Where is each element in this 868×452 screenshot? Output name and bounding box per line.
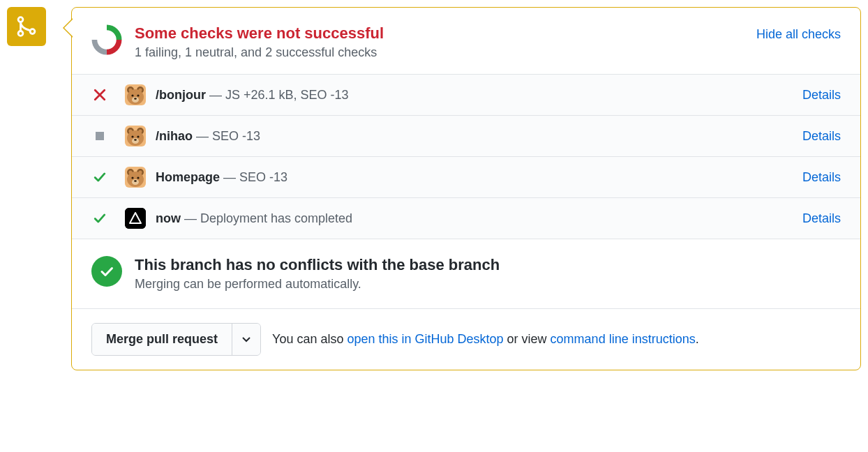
status-donut-icon [91,24,122,55]
git-merge-icon [15,15,38,38]
caret-down-icon [242,337,250,342]
svg-point-23 [134,139,137,141]
check-details-link[interactable]: Details [802,88,841,103]
svg-point-21 [137,135,139,137]
merge-status-badge [7,7,46,46]
check-details-link[interactable]: Details [802,211,841,226]
success-status-icon [91,171,108,183]
merge-button-group: Merge pull request [91,323,261,356]
check-name: now [156,211,181,225]
checks-status-title: Some checks were not successful [135,24,756,43]
svg-point-1 [18,31,23,36]
merge-pull-request-button[interactable]: Merge pull request [92,324,232,355]
check-row: now — Deployment has completed Details [72,198,860,239]
checks-list: /bonjour — JS +26.1 kB, SEO -13 Details … [72,74,860,239]
neutral-status-icon [91,132,108,140]
conflicts-title: This branch has no conflicts with the ba… [135,256,500,274]
check-desc: — Deployment has completed [181,211,352,225]
check-name: /nihao [156,129,193,143]
check-text: /nihao — SEO -13 [156,129,802,144]
check-text: Homepage — SEO -13 [156,170,802,185]
check-row: /bonjour — JS +26.1 kB, SEO -13 Details [72,75,860,116]
checks-status-subtitle: 1 failing, 1 neutral, and 2 successful c… [135,45,756,60]
bear-avatar-icon [125,84,146,105]
merge-alt-text: You can also open this in GitHub Desktop… [272,332,699,347]
check-text: now — Deployment has completed [156,211,802,226]
bear-avatar-icon [125,167,146,188]
svg-point-12 [137,94,139,96]
conflicts-subtitle: Merging can be performed automatically. [135,277,500,292]
footer-text-prefix: You can also [272,332,347,346]
svg-point-30 [137,176,139,179]
success-circle-icon [91,256,122,287]
check-text: /bonjour — JS +26.1 kB, SEO -13 [156,88,802,103]
svg-point-32 [134,180,137,182]
svg-point-22 [132,138,139,144]
merge-footer: Merge pull request You can also open thi… [72,309,860,370]
check-desc: — SEO -13 [193,129,260,143]
svg-point-14 [134,98,137,100]
open-github-desktop-link[interactable]: open this in GitHub Desktop [347,332,503,346]
check-details-link[interactable]: Details [802,129,841,144]
command-line-instructions-link[interactable]: command line instructions [551,332,696,346]
footer-text-suffix: . [696,332,699,346]
svg-point-29 [131,176,133,179]
hide-checks-link[interactable]: Hide all checks [756,27,841,42]
check-desc: — SEO -13 [220,170,287,184]
check-desc: — JS +26.1 kB, SEO -13 [206,88,349,102]
check-row: Homepage — SEO -13 Details [72,157,860,198]
merge-status-panel: Some checks were not successful 1 failin… [71,7,861,370]
footer-text-mid: or view [504,332,551,346]
svg-point-2 [30,29,35,34]
svg-point-0 [18,17,23,22]
conflicts-section: This branch has no conflicts with the ba… [72,239,860,309]
check-row: /nihao — SEO -13 Details [72,116,860,157]
check-details-link[interactable]: Details [802,170,841,185]
checks-header: Some checks were not successful 1 failin… [72,8,860,74]
success-status-icon [91,212,108,225]
check-name: Homepage [156,170,220,184]
merge-dropdown-button[interactable] [232,324,260,355]
bear-avatar-icon [125,126,146,146]
fail-status-icon [91,89,108,101]
check-name: /bonjour [156,88,206,102]
svg-point-20 [131,135,133,137]
svg-point-11 [131,94,133,96]
svg-rect-33 [125,208,146,229]
svg-point-13 [132,97,139,103]
now-avatar-icon [125,208,146,229]
